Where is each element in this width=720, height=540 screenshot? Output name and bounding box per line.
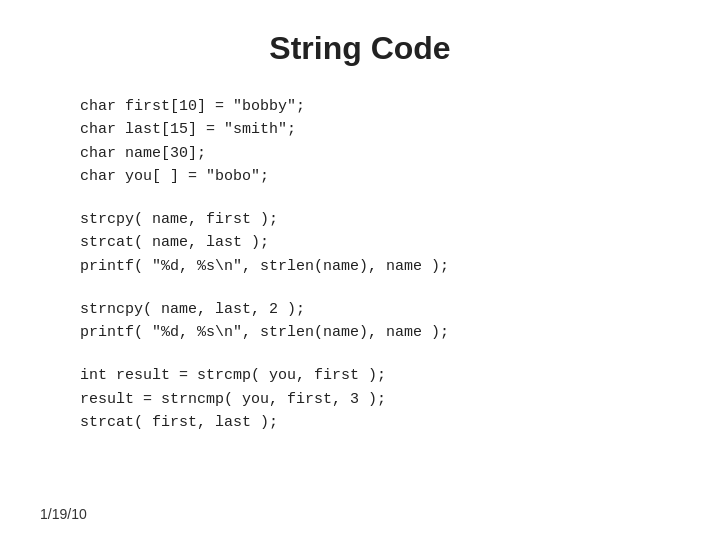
code-line: printf( "%d, %s\n", strlen(name), name )… (80, 255, 680, 278)
page: String Code char first[10] = "bobby"; ch… (0, 0, 720, 540)
code-section-3: strncpy( name, last, 2 ); printf( "%d, %… (80, 298, 680, 345)
code-section-2: strcpy( name, first ); strcat( name, las… (80, 208, 680, 278)
code-line: int result = strcmp( you, first ); (80, 364, 680, 387)
code-line: char you[ ] = "bobo"; (80, 165, 680, 188)
code-line: char last[15] = "smith"; (80, 118, 680, 141)
code-line: char first[10] = "bobby"; (80, 95, 680, 118)
code-section-4: int result = strcmp( you, first ); resul… (80, 364, 680, 434)
code-line: strcat( first, last ); (80, 411, 680, 434)
code-block: char first[10] = "bobby"; char last[15] … (80, 95, 680, 434)
page-title: String Code (40, 30, 680, 67)
code-line: strcat( name, last ); (80, 231, 680, 254)
code-line: result = strncmp( you, first, 3 ); (80, 388, 680, 411)
code-line: char name[30]; (80, 142, 680, 165)
code-line: printf( "%d, %s\n", strlen(name), name )… (80, 321, 680, 344)
code-line: strcpy( name, first ); (80, 208, 680, 231)
code-section-1: char first[10] = "bobby"; char last[15] … (80, 95, 680, 188)
footer-date: 1/19/10 (40, 506, 87, 522)
code-line: strncpy( name, last, 2 ); (80, 298, 680, 321)
